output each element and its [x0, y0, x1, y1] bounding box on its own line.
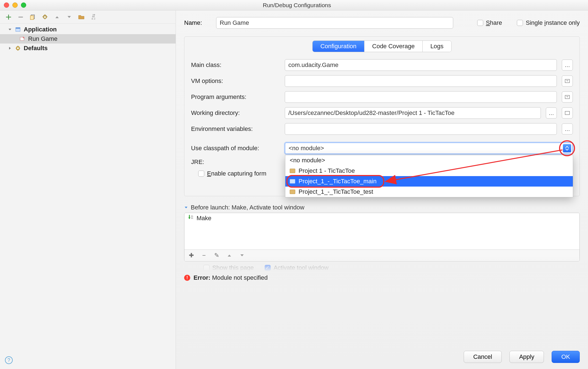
module-label: Use classpath of module:: [191, 145, 280, 152]
enable-capturing-checkbox[interactable]: Enable capturing form: [198, 170, 266, 177]
move-down-icon[interactable]: [66, 14, 73, 21]
application-icon: [15, 26, 21, 33]
tree-run-game-label: Run Game: [28, 35, 57, 42]
make-label: Make: [197, 215, 211, 222]
fade-mask: [176, 256, 588, 271]
opt-label: Project 1 - TicTacToe: [299, 167, 355, 174]
ok-button[interactable]: OK: [552, 351, 580, 363]
defaults-gear-icon: [15, 45, 21, 51]
single-instance-label: Single instance only: [526, 19, 580, 26]
opt-label: Project_1_-_TicTacToe_test: [299, 188, 373, 195]
tree-run-game-node[interactable]: Run Game: [0, 34, 176, 44]
configuration-panel: Configuration Code Coverage Logs Main cl…: [184, 36, 580, 196]
vm-options-expand-button[interactable]: [562, 76, 573, 87]
before-launch-list[interactable]: 01 01 Make: [184, 213, 579, 249]
module-option-no-module[interactable]: <no module>: [285, 155, 573, 166]
sort-az-icon[interactable]: ⇵a z: [90, 14, 97, 21]
before-launch-section: Before launch: Make, Activate tool windo…: [184, 204, 580, 262]
tabs: Configuration Code Coverage Logs: [312, 41, 452, 52]
folder-icon[interactable]: [78, 14, 85, 21]
left-toolbar: ⇵a z: [0, 10, 176, 24]
remove-icon[interactable]: [17, 14, 24, 21]
chevron-down-icon[interactable]: [8, 28, 12, 31]
vm-options-field[interactable]: [285, 75, 557, 87]
chevron-down-icon[interactable]: [184, 204, 188, 211]
folder-icon: [290, 169, 295, 173]
tab-code-coverage[interactable]: Code Coverage: [364, 41, 422, 52]
apply-button[interactable]: Apply: [509, 351, 544, 363]
name-row: Name: Share Single instance only: [176, 10, 588, 31]
zoom-window-button[interactable]: [21, 2, 26, 8]
program-args-field[interactable]: [285, 91, 557, 103]
svg-rect-9: [565, 111, 570, 115]
help-icon[interactable]: ?: [5, 356, 13, 364]
opt-label: <no module>: [290, 157, 325, 164]
titlebar: Run/Debug Configurations: [0, 0, 588, 10]
tree-defaults-label: Defaults: [24, 45, 48, 52]
move-up-icon[interactable]: [53, 14, 61, 21]
main-class-label: Main class:: [191, 61, 280, 69]
tree-defaults-node[interactable]: Defaults: [0, 44, 176, 53]
copy-icon[interactable]: [29, 14, 36, 21]
left-panel: ⇵a z Application Run Gam: [0, 10, 176, 369]
single-instance-checkbox-box[interactable]: [517, 20, 523, 26]
error-prefix: Error:: [194, 274, 210, 281]
dialog-footer: Cancel Apply OK: [176, 346, 588, 369]
error-message: Module not specified: [212, 274, 268, 281]
env-vars-edit-button[interactable]: …: [562, 123, 573, 134]
svg-text:01: 01: [191, 215, 193, 217]
single-instance-checkbox[interactable]: Single instance only: [517, 19, 580, 26]
make-icon: 01 01: [188, 215, 193, 222]
name-label: Name:: [184, 19, 210, 26]
add-icon[interactable]: [5, 14, 12, 21]
svg-rect-1: [30, 16, 34, 20]
before-launch-box: 01 01 Make ✚ − ✎: [184, 213, 580, 262]
window: Run/Debug Configurations: [0, 0, 588, 369]
enable-capturing-checkbox-box[interactable]: [198, 171, 204, 177]
folder-icon: [290, 179, 295, 184]
program-args-expand-button[interactable]: [562, 91, 573, 103]
minimize-window-button[interactable]: [12, 2, 18, 8]
share-checkbox[interactable]: Share: [477, 19, 502, 26]
module-dropdown[interactable]: <no module> Project 1 - TicTacToe Projec…: [285, 155, 573, 197]
svg-text:01: 01: [191, 217, 193, 219]
close-window-button[interactable]: [4, 2, 9, 8]
svg-point-6: [17, 47, 19, 49]
tree-application-label: Application: [24, 26, 57, 33]
main-class-browse-button[interactable]: …: [562, 60, 573, 71]
traffic-lights: [4, 2, 26, 8]
tab-logs[interactable]: Logs: [422, 41, 451, 52]
module-option-project1-main[interactable]: Project_1_-_TicTacToe_main: [285, 176, 573, 187]
svg-rect-4: [16, 28, 20, 29]
run-config-icon: [19, 36, 25, 42]
share-label-rest: hare: [490, 19, 502, 26]
working-dir-label: Working directory:: [191, 109, 280, 117]
program-args-label: Program arguments:: [191, 93, 280, 101]
jre-label: JRE:: [191, 158, 280, 166]
before-launch-item-make[interactable]: 01 01 Make: [188, 215, 576, 222]
tab-configuration[interactable]: Configuration: [313, 41, 364, 52]
main-area: ⇵a z Application Run Gam: [0, 10, 588, 369]
right-panel: Name: Share Single instance only Configu…: [176, 10, 588, 369]
chevron-right-icon[interactable]: [8, 47, 12, 50]
cancel-button[interactable]: Cancel: [464, 351, 502, 363]
module-select[interactable]: <no module>: [285, 142, 573, 154]
module-option-project1-test[interactable]: Project_1_-_TicTacToe_test: [285, 187, 573, 197]
settings-icon[interactable]: [41, 14, 49, 21]
error-icon: !: [184, 275, 190, 281]
tree-application-node[interactable]: Application: [0, 25, 176, 34]
env-vars-label: Environment variables:: [191, 125, 280, 133]
opt-label: Project_1_-_TicTacToe_main: [299, 178, 377, 185]
name-field[interactable]: [216, 17, 453, 29]
window-title: Run/Debug Configurations: [26, 2, 568, 9]
working-dir-vars-button[interactable]: [562, 107, 573, 118]
env-vars-field[interactable]: [285, 123, 557, 135]
share-checkbox-box[interactable]: [477, 20, 483, 26]
working-dir-field[interactable]: [285, 107, 541, 119]
module-option-project1[interactable]: Project 1 - TicTacToe: [285, 166, 573, 176]
module-select-value: <no module>: [289, 145, 324, 152]
working-dir-browse-button[interactable]: …: [546, 107, 557, 118]
svg-point-2: [44, 16, 46, 18]
main-class-field[interactable]: [285, 59, 557, 71]
module-select-caret-icon[interactable]: [563, 144, 571, 152]
